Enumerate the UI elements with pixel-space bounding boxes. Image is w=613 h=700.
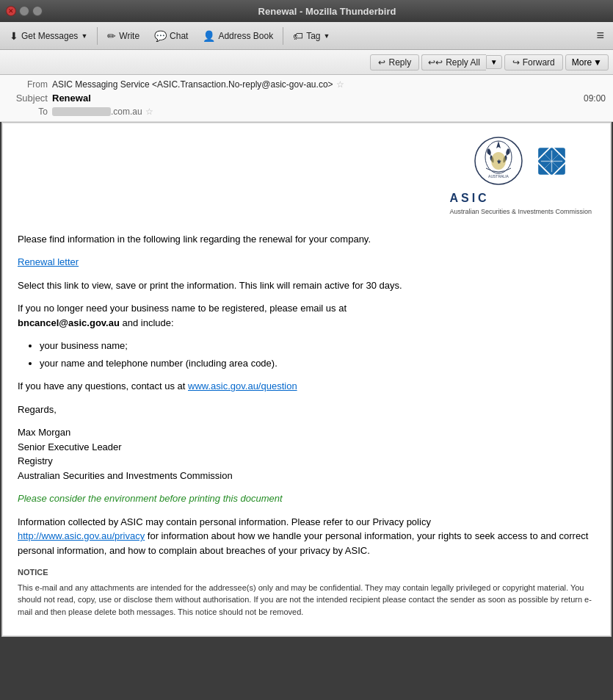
from-row: From ASIC Messaging Service <ASIC.Transa… <box>7 78 606 91</box>
signature-block: Max Morgan Senior Executive Leader Regis… <box>18 425 595 483</box>
reply-all-dropdown[interactable]: ▼ <box>486 55 502 69</box>
renewal-letter-link[interactable]: Renewal letter <box>18 256 79 267</box>
toolbar-sep-2 <box>283 27 283 45</box>
subject-row: Subject Renewal 09:00 <box>7 91 606 105</box>
main-toolbar: ⬇ Get Messages ▼ ✏ Write 💬 Chat 👤 Addres… <box>0 22 613 50</box>
green-notice: Please consider the environment before p… <box>18 491 595 506</box>
toolbar-sep-1 <box>97 27 98 45</box>
asic-fullname-text: Australian Securities & Investments Comm… <box>449 207 592 217</box>
email-meta: From ASIC Messaging Service <ASIC.Transa… <box>0 75 613 122</box>
window-controls[interactable]: ✕ <box>6 6 43 16</box>
get-messages-dropdown-arrow[interactable]: ▼ <box>81 32 87 40</box>
privacy-link[interactable]: http://www.asic.gov.au/privacy <box>18 530 145 541</box>
notice-text: This e-mail and any attachments are inte… <box>18 582 595 618</box>
to-label: To <box>7 107 48 117</box>
address-book-icon: 👤 <box>203 30 215 42</box>
email-content-wrapper: ⚜ AUSTRALIA <box>1 122 612 637</box>
bncancel-email: bncancel@asic.gov.au <box>18 317 120 328</box>
privacy-para: Information collected by ASIC may contai… <box>18 515 595 558</box>
coat-of-arms-icon: ⚜ AUSTRALIA <box>473 135 524 187</box>
sig-title: Senior Executive Leader <box>18 440 595 455</box>
no-register-para: If you no longer need your business name… <box>18 301 595 330</box>
from-value: ASIC Messaging Service <ASIC.Transaction… <box>52 79 333 90</box>
no-register-text: If you no longer need your business name… <box>18 303 347 314</box>
get-messages-icon: ⬇ <box>10 30 18 42</box>
reply-button[interactable]: ↩ Reply <box>370 54 419 71</box>
star-icon[interactable]: ☆ <box>336 79 344 90</box>
forward-button[interactable]: ↪ Forward <box>504 54 563 71</box>
sig-org: Australian Securities and Investments Co… <box>18 469 595 483</box>
regards-para: Regards, <box>18 403 595 417</box>
get-messages-button[interactable]: ⬇ Get Messages ▼ <box>3 26 94 46</box>
tag-dropdown-arrow: ▼ <box>324 32 330 40</box>
address-book-button[interactable]: 👤 Address Book <box>196 26 280 46</box>
action-bar: ↩ Reply ↩↩ Reply All ▼ ↪ Forward More ▼ <box>0 50 613 75</box>
tag-button[interactable]: 🏷 Tag ▼ <box>286 26 336 46</box>
notice-label: NOTICE <box>18 566 595 579</box>
email-body: ⚜ AUSTRALIA <box>2 123 611 636</box>
renewal-link-para: Renewal letter <box>18 255 595 270</box>
sig-dept: Registry <box>18 454 595 469</box>
instruction-para: Select this link to view, save or print … <box>18 278 595 293</box>
questions-text: If you have any questions, contact us at <box>18 380 185 392</box>
to-star-icon[interactable]: ☆ <box>145 107 153 117</box>
asic-logo: ⚜ AUSTRALIA <box>449 135 595 217</box>
window-title: Renewal - Mozilla Thunderbird <box>47 6 607 17</box>
write-button[interactable]: ✏ Write <box>101 26 146 46</box>
reply-all-button[interactable]: ↩↩ Reply All <box>421 54 486 71</box>
questions-para: If you have any questions, contact us at… <box>18 379 595 394</box>
chat-button[interactable]: 💬 Chat <box>148 26 195 46</box>
reply-all-icon: ↩↩ <box>428 57 443 68</box>
logo-section: ⚜ AUSTRALIA <box>18 135 595 217</box>
maximize-button[interactable] <box>32 6 43 16</box>
chat-icon: 💬 <box>154 30 167 42</box>
to-row: To .com.au ☆ <box>7 105 606 118</box>
title-bar: ✕ Renewal - Mozilla Thunderbird <box>0 0 613 22</box>
forward-icon: ↪ <box>512 57 520 68</box>
logo-images: ⚜ AUSTRALIA <box>473 135 572 187</box>
more-dropdown-icon: ▼ <box>593 57 602 68</box>
privacy-intro: Information collected by ASIC may contai… <box>18 516 431 527</box>
svg-text:⚜: ⚜ <box>496 159 501 165</box>
reply-icon: ↩ <box>378 57 385 68</box>
subject-value: Renewal <box>52 93 91 104</box>
to-value-blurred <box>52 107 111 116</box>
bullet-item-2: your name and telephone number (includin… <box>40 356 595 371</box>
asic-diamond-icon <box>532 141 572 181</box>
reply-all-split: ↩↩ Reply All ▼ <box>421 54 502 71</box>
subject-label: Subject <box>7 93 48 104</box>
sig-name: Max Morgan <box>18 425 595 440</box>
tag-icon: 🏷 <box>293 30 303 42</box>
write-icon: ✏ <box>107 30 116 42</box>
bullet-list: your business name; your name and teleph… <box>40 339 595 370</box>
svg-text:AUSTRALIA: AUSTRALIA <box>488 174 509 178</box>
more-button[interactable]: More ▼ <box>565 54 609 71</box>
minimize-button[interactable] <box>19 6 29 16</box>
email-timestamp: 09:00 <box>584 93 606 104</box>
and-include-text: and include: <box>120 317 174 328</box>
intro-para: Please find information in the following… <box>18 232 595 247</box>
questions-link[interactable]: www.asic.gov.au/question <box>188 380 297 392</box>
hamburger-menu-button[interactable]: ≡ <box>590 25 610 46</box>
close-button[interactable]: ✕ <box>6 6 16 16</box>
asic-name-text: ASIC <box>449 190 592 207</box>
from-label: From <box>7 79 48 90</box>
bullet-item-1: your business name; <box>40 339 595 353</box>
